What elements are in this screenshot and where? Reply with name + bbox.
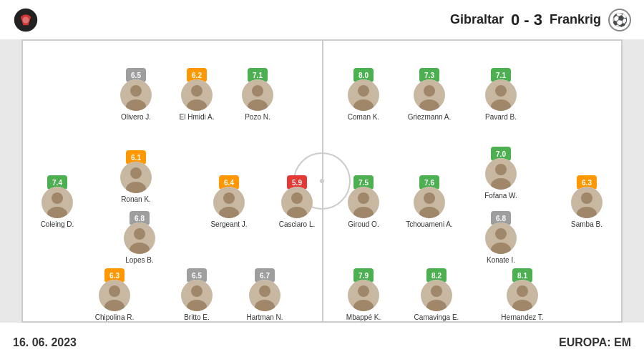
- player-coman: 8.0 Coman K.: [338, 75, 389, 121]
- svg-point-1: [23, 16, 29, 23]
- match-score: 0 - 3: [511, 11, 542, 29]
- player-name-pavard: Pavard B.: [485, 113, 517, 121]
- player-avatar-olivero: [120, 79, 152, 111]
- svg-point-45: [358, 192, 369, 204]
- footer: 16. 06. 2023 EUROPA: EM: [0, 323, 644, 362]
- player-avatar-camavinga: [421, 280, 452, 311]
- player-avatar-griezmann: [414, 79, 445, 111]
- player-name-konate: Konate I.: [487, 256, 515, 264]
- player-samba: 6.3 Samba B.: [562, 182, 612, 228]
- svg-point-51: [495, 164, 507, 175]
- away-team: Frankrig: [550, 12, 601, 27]
- player-konate: 6.8 Konate I.: [476, 218, 526, 264]
- svg-point-63: [431, 285, 442, 297]
- svg-point-48: [424, 192, 435, 204]
- svg-point-36: [358, 85, 369, 97]
- player-camavinga: 8.2 Camavinga E.: [411, 275, 462, 321]
- svg-point-12: [130, 167, 142, 179]
- player-avatar-hartman: [249, 280, 280, 311]
- player-name-coleing: Coleing D.: [41, 220, 74, 228]
- player-name-hartman: Hartman N.: [246, 313, 283, 321]
- player-avatar-ronan: [120, 162, 152, 193]
- player-casciaro: 5.9 Casciaro L.: [272, 182, 322, 228]
- match-info: Gibraltar 0 - 3 Frankrig ⚽: [450, 9, 631, 31]
- player-coleing: 7.4 Coleing D.: [32, 182, 82, 228]
- player-name-hernandez: Hernandez T.: [501, 313, 543, 321]
- svg-point-15: [223, 192, 235, 204]
- player-name-chipolina: Chipolina R.: [95, 313, 134, 321]
- player-britto: 6.5 Britto E.: [172, 275, 222, 321]
- svg-point-33: [259, 285, 270, 297]
- player-name-olivero: Olivero J.: [121, 113, 151, 121]
- player-pozo: 7.1 Pozo N.: [233, 75, 283, 121]
- player-pavard: 7.1 Pavard B.: [476, 75, 526, 121]
- svg-point-57: [581, 192, 592, 204]
- svg-point-39: [424, 85, 435, 97]
- player-griezmann: 7.3 Griezmann A.: [404, 75, 454, 121]
- player-name-giroud: Giroud O.: [348, 220, 379, 228]
- player-avatar-sergeant: [213, 187, 245, 218]
- player-avatar-konate: [485, 222, 517, 254]
- svg-point-30: [191, 285, 203, 297]
- player-avatar-pavard: [485, 79, 517, 111]
- player-avatar-mbappe: [348, 280, 379, 311]
- player-name-britto: Britto E.: [184, 313, 210, 321]
- player-name-mbappe: Mbappé K.: [346, 313, 381, 321]
- logo: [13, 7, 39, 33]
- player-avatar-britto: [181, 280, 213, 311]
- player-avatar-hernandez: [507, 280, 538, 311]
- player-avatar-pozo: [242, 79, 273, 111]
- app-logo-icon: [13, 7, 39, 33]
- player-name-fofana: Fofana W.: [484, 192, 517, 200]
- player-ronan: 6.1 Ronan K.: [111, 157, 161, 203]
- player-avatar-chipolina: [99, 280, 130, 311]
- player-avatar-casciaro: [281, 187, 313, 218]
- player-name-casciaro: Casciaro L.: [279, 220, 316, 228]
- field: 6.5 Olivero J.6.2 El Hmidi A.7.1 Pozo N.…: [21, 39, 623, 323]
- player-tchouameni: 7.6 Tchouameni A.: [404, 182, 454, 228]
- player-name-coman: Coman K.: [348, 113, 379, 121]
- player-name-samba: Samba B.: [571, 220, 602, 228]
- player-lopes: 6.8 Lopes B.: [114, 218, 165, 264]
- player-name-sergeant: Sergeant J.: [210, 220, 247, 228]
- player-avatar-fofana: [485, 158, 517, 190]
- player-name-griezmann: Griezmann A.: [408, 113, 452, 121]
- svg-point-21: [52, 192, 63, 204]
- svg-point-18: [291, 192, 303, 204]
- footer-competition: EUROPA: EM: [559, 336, 631, 349]
- footer-date: 16. 06. 2023: [13, 336, 77, 349]
- player-avatar-giroud: [348, 187, 379, 218]
- player-avatar-tchouameni: [414, 187, 445, 218]
- svg-point-60: [358, 285, 369, 297]
- player-olivero: 6.5 Olivero J.: [111, 75, 161, 121]
- player-name-ronan: Ronan K.: [121, 195, 151, 203]
- player-avatar-el-hmidi: [181, 79, 213, 111]
- player-hartman: 6.7 Hartman N.: [240, 275, 290, 321]
- svg-point-42: [495, 85, 507, 97]
- svg-point-54: [495, 228, 507, 240]
- player-chipolina: 6.3 Chipolina R.: [89, 275, 140, 321]
- svg-point-3: [130, 85, 142, 97]
- player-name-pozo: Pozo N.: [245, 113, 270, 121]
- player-avatar-coman: [348, 79, 379, 111]
- player-hernandez: 8.1 Hernandez T.: [497, 275, 547, 321]
- ball-icon: ⚽: [608, 9, 631, 31]
- player-name-camavinga: Camavinga E.: [414, 313, 459, 321]
- player-fofana: 7.0 Fofana W.: [476, 154, 526, 200]
- player-el-hmidi: 6.2 El Hmidi A.: [172, 75, 222, 121]
- player-sergeant: 6.4 Sergeant J.: [204, 182, 254, 228]
- player-avatar-coleing: [42, 187, 73, 218]
- player-mbappe: 7.9 Mbappé K.: [338, 275, 389, 321]
- player-avatar-lopes: [124, 222, 155, 254]
- header: Gibraltar 0 - 3 Frankrig ⚽: [0, 0, 644, 39]
- svg-point-27: [109, 285, 120, 297]
- svg-point-24: [134, 228, 145, 240]
- home-team: Gibraltar: [450, 12, 504, 27]
- player-avatar-samba: [571, 187, 602, 218]
- player-giroud: 7.5 Giroud O.: [338, 182, 389, 228]
- player-name-tchouameni: Tchouameni A.: [406, 220, 453, 228]
- player-name-lopes: Lopes B.: [125, 256, 153, 264]
- svg-point-6: [191, 85, 203, 97]
- svg-point-66: [517, 285, 528, 297]
- svg-point-9: [252, 85, 263, 97]
